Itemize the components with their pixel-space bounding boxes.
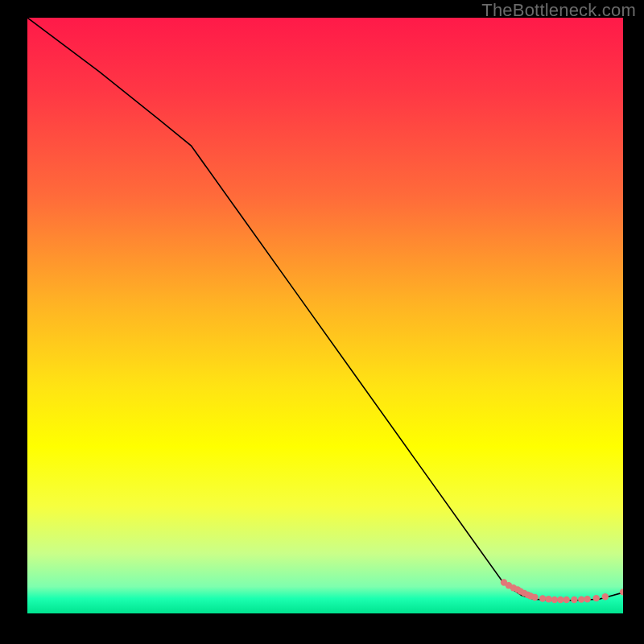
scatter-point [584, 596, 590, 602]
scatter-point [578, 596, 584, 602]
scatter-point [539, 595, 546, 601]
scatter-point [531, 594, 538, 601]
scatter-point [564, 597, 570, 603]
scatter-point [602, 593, 609, 600]
chart-stage: TheBottleneck.com [0, 0, 644, 644]
chart-svg [27, 18, 623, 613]
plot-area [27, 18, 623, 613]
scatter-point [551, 597, 558, 603]
gradient-background [27, 18, 623, 613]
scatter-point [571, 597, 577, 603]
scatter-point [545, 596, 551, 602]
scatter-point [593, 595, 600, 601]
scatter-point [557, 597, 564, 603]
